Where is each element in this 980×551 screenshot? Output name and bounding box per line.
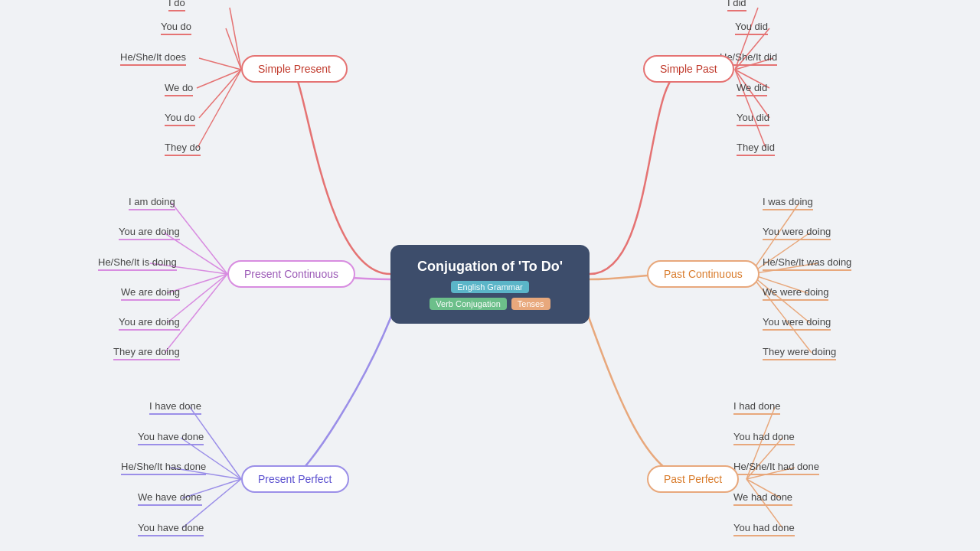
pp-word-2: He/She/It has done <box>121 461 206 475</box>
svg-line-3 <box>197 70 241 88</box>
sp-word-4: You do <box>165 112 195 126</box>
tag-grammar[interactable]: English Grammar <box>451 281 529 293</box>
pp-word-1: You have done <box>138 431 204 445</box>
pastc-word-1: You were doing <box>763 226 831 240</box>
pc-word-2: He/She/It is doing <box>98 256 177 271</box>
pastc-word-5: They were doing <box>763 346 836 360</box>
spast-word-4: You did <box>737 112 769 126</box>
sp-word-5: They do <box>165 142 201 156</box>
pp-word-0: I have done <box>149 400 201 415</box>
pastc-word-0: I was doing <box>763 196 813 210</box>
simple-present-node[interactable]: Simple Present <box>241 55 348 83</box>
pastpp-word-2: He/She/It had done <box>733 461 819 475</box>
pc-word-1: You are doing <box>119 226 180 240</box>
tag-tenses[interactable]: Tenses <box>511 298 550 310</box>
pp-word-3: We have done <box>138 491 202 506</box>
svg-line-2 <box>199 58 241 70</box>
spast-word-5: They did <box>737 142 775 156</box>
svg-line-1 <box>226 28 241 70</box>
pastc-word-3: We were doing <box>763 286 828 301</box>
sp-word-3: We do <box>165 82 193 96</box>
spast-word-1: You did <box>735 21 768 35</box>
pp-word-4: You have done <box>138 522 204 536</box>
center-title: Conjugation of 'To Do' <box>412 259 568 275</box>
svg-line-0 <box>230 8 241 70</box>
pc-word-3: We are doing <box>121 286 180 301</box>
pastc-word-4: You were doing <box>763 316 831 331</box>
svg-line-5 <box>198 70 241 148</box>
sp-word-2: He/She/It does <box>120 51 186 66</box>
pc-word-0: I am doing <box>129 196 175 210</box>
spast-word-3: We did <box>737 82 767 96</box>
present-continuous-node[interactable]: Present Continuous <box>227 260 355 288</box>
pc-word-4: You are doing <box>119 316 180 331</box>
center-node: Conjugation of 'To Do' English Grammar V… <box>390 245 590 324</box>
past-continuous-node[interactable]: Past Continuous <box>647 260 760 288</box>
past-perfect-node[interactable]: Past Perfect <box>647 465 739 493</box>
svg-line-4 <box>199 70 241 118</box>
pastpp-word-1: You had done <box>733 431 795 445</box>
pastpp-word-3: We had done <box>733 491 792 506</box>
svg-line-12 <box>172 203 227 274</box>
pastpp-word-4: You had done <box>733 522 795 536</box>
pastpp-word-0: I had done <box>733 400 780 415</box>
tag-conjugation[interactable]: Verb Conjugation <box>430 298 506 310</box>
pc-word-5: They are doing <box>113 346 180 360</box>
pastc-word-2: He/She/It was doing <box>763 256 851 271</box>
sp-word-0: I do <box>168 0 185 11</box>
present-perfect-node[interactable]: Present Perfect <box>241 465 349 493</box>
simple-past-node[interactable]: Simple Past <box>643 55 734 83</box>
sp-word-1: You do <box>161 21 191 35</box>
spast-word-0: I did <box>727 0 746 11</box>
